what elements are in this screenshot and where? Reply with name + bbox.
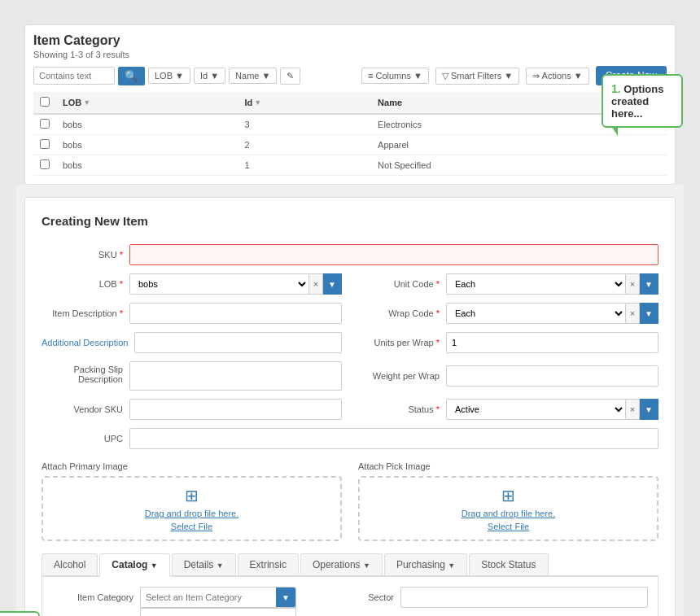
table-row: bobs 3 Electronics: [33, 114, 667, 135]
itemdesc-input[interactable]: [129, 303, 342, 324]
select-file-primary[interactable]: Select File: [171, 522, 212, 531]
select-all-checkbox[interactable]: [40, 97, 50, 107]
lob-field-group: LOB bobs × ▼: [42, 273, 342, 295]
upload-pick-icon: ⊞: [501, 486, 515, 505]
lob-cell: bobs: [56, 135, 238, 155]
item-category-field-label: Item Category: [52, 592, 133, 602]
unitswrap-input[interactable]: [446, 332, 658, 353]
sku-input[interactable]: [129, 244, 658, 265]
sku-label: SKU: [42, 250, 123, 260]
id-column-header[interactable]: Id ▼: [245, 98, 365, 107]
status-select[interactable]: Active: [446, 399, 626, 420]
tab-catalog[interactable]: Catalog ▼: [99, 553, 169, 577]
status-label: Status: [358, 404, 440, 414]
tab-content: 2. Are available for selection here... I…: [42, 577, 658, 616]
attach-row: Attach Primary Image ⊞ Drag and drop fil…: [42, 461, 658, 541]
sector-label: Sector: [313, 592, 394, 602]
attach-pick-box: Attach Pick Image ⊞ Drag and drop file h…: [358, 461, 658, 541]
dropdown-arrow[interactable]: ▼: [276, 588, 295, 607]
unitswrap-field-group: Units per Wrap: [358, 332, 658, 353]
name-cell: Apparel: [371, 135, 667, 155]
sector-input[interactable]: [400, 587, 648, 608]
wrapcode-field-group: Wrap Code Each × ▼: [358, 303, 658, 324]
attach-primary-box: Attach Primary Image ⊞ Drag and drop fil…: [42, 461, 342, 541]
upc-label: UPC: [42, 434, 123, 443]
packing-textarea[interactable]: [129, 361, 342, 391]
upload-icon: ⊞: [185, 486, 199, 505]
lob-filter-button[interactable]: LOB ▼: [148, 68, 190, 84]
unitcode-arrow-button[interactable]: ▼: [640, 273, 658, 295]
status-clear-button[interactable]: ×: [626, 399, 640, 420]
table-row: bobs 2 Apparel: [33, 135, 667, 155]
tab-operations[interactable]: Operations ▼: [300, 553, 383, 575]
id-cell: 1: [238, 155, 372, 176]
table-row: bobs 1 Not Specified: [33, 155, 667, 176]
addesc-label: Additional Description: [42, 338, 128, 347]
desc-wrapcode-row: Item Description Wrap Code Each × ▼: [42, 303, 658, 324]
lob-select[interactable]: bobs: [129, 273, 309, 295]
wrapcode-arrow-button[interactable]: ▼: [640, 303, 658, 324]
attach-primary-dropzone[interactable]: ⊞ Drag and drop file here. Select File: [42, 476, 342, 541]
actions-button[interactable]: ⇒ Actions ▼: [526, 68, 588, 85]
unitcode-select[interactable]: Each: [446, 273, 626, 295]
dropdown-trigger-input[interactable]: [141, 589, 276, 605]
form-title: Creating New Item: [42, 214, 658, 228]
tab-extrinsic[interactable]: Extrinsic: [238, 553, 299, 575]
edit-columns-button[interactable]: ✎: [280, 68, 300, 85]
lob-column-header[interactable]: LOB ▼: [63, 98, 232, 107]
packing-field-group: Packing SlipDescription: [42, 361, 342, 391]
lob-label: LOB: [42, 279, 123, 289]
unitcode-clear-button[interactable]: ×: [626, 273, 640, 295]
attach-primary-label: Attach Primary Image: [42, 461, 342, 471]
section-title: Item Category: [33, 33, 667, 48]
sku-row: SKU: [42, 244, 658, 265]
addesc-unitswrap-row: Additional Description Units per Wrap: [42, 332, 658, 353]
tab-alcohol[interactable]: Alcohol: [42, 553, 98, 575]
unitcode-label: Unit Code: [358, 279, 440, 289]
callout-2: 2. Are available for selection here...: [0, 611, 40, 616]
search-input[interactable]: [33, 67, 115, 85]
row-checkbox[interactable]: [40, 159, 50, 169]
vendorsku-input[interactable]: [129, 399, 342, 420]
lob-clear-button[interactable]: ×: [309, 273, 323, 295]
id-filter-button[interactable]: Id ▼: [194, 68, 225, 84]
wrapcode-select[interactable]: Each: [446, 303, 626, 324]
dropdown-trigger[interactable]: ▼: [140, 587, 296, 608]
select-file-pick[interactable]: Select File: [488, 522, 529, 531]
vendorsku-status-row: Vendor SKU Status Active × ▼: [42, 399, 658, 420]
wrapcode-label: Wrap Code: [358, 308, 440, 318]
upc-field-group: UPC: [42, 428, 658, 449]
attach-pick-dropzone[interactable]: ⊞ Drag and drop file here. Select File: [358, 476, 658, 541]
packing-weight-row: Packing SlipDescription Weight per Wrap: [42, 361, 658, 391]
lob-cell: bobs: [56, 155, 238, 176]
drag-drop-text-pick: Drag and drop file here.: [462, 509, 556, 518]
sku-field-group: SKU: [42, 244, 658, 265]
tab-purchasing[interactable]: Purchasing ▼: [384, 553, 467, 575]
wrapcode-clear-button[interactable]: ×: [626, 303, 640, 324]
status-arrow-button[interactable]: ▼: [640, 399, 658, 420]
itemdesc-field-group: Item Description: [42, 303, 342, 324]
unitcode-field-group: Unit Code Each × ▼: [358, 273, 658, 295]
tab-stock-status[interactable]: Stock Status: [469, 553, 548, 575]
wrapcode-select-wrapper: Each × ▼: [446, 303, 658, 324]
name-filter-button[interactable]: Name ▼: [229, 68, 277, 84]
item-category-table: LOB ▼ Id ▼ Name bobs 3 Electronics bobs …: [33, 92, 667, 176]
row-checkbox[interactable]: [40, 139, 50, 149]
attach-pick-label: Attach Pick Image: [358, 461, 658, 471]
columns-button[interactable]: ≡ Columns ▼: [361, 68, 429, 84]
dropdown-search-input[interactable]: [141, 609, 295, 616]
weight-input[interactable]: [446, 365, 658, 387]
upc-row: UPC: [42, 428, 658, 449]
lob-cell: bobs: [56, 114, 238, 135]
smart-filters-button[interactable]: ▽ Smart Filters ▼: [435, 68, 519, 85]
row-checkbox[interactable]: [40, 119, 50, 129]
upc-input[interactable]: [129, 428, 658, 449]
section-subtitle: Showing 1-3 of 3 results: [33, 50, 667, 59]
tab-details[interactable]: Details ▼: [172, 553, 236, 575]
lob-arrow-button[interactable]: ▼: [323, 273, 342, 295]
id-cell: 2: [238, 135, 372, 155]
toolbar-left: 🔍 LOB ▼ Id ▼ Name ▼ ✎: [33, 67, 300, 85]
lob-unitcode-row: LOB bobs × ▼ Unit Code Each: [42, 273, 658, 295]
search-button[interactable]: 🔍: [118, 67, 145, 85]
addesc-input[interactable]: [134, 332, 342, 353]
